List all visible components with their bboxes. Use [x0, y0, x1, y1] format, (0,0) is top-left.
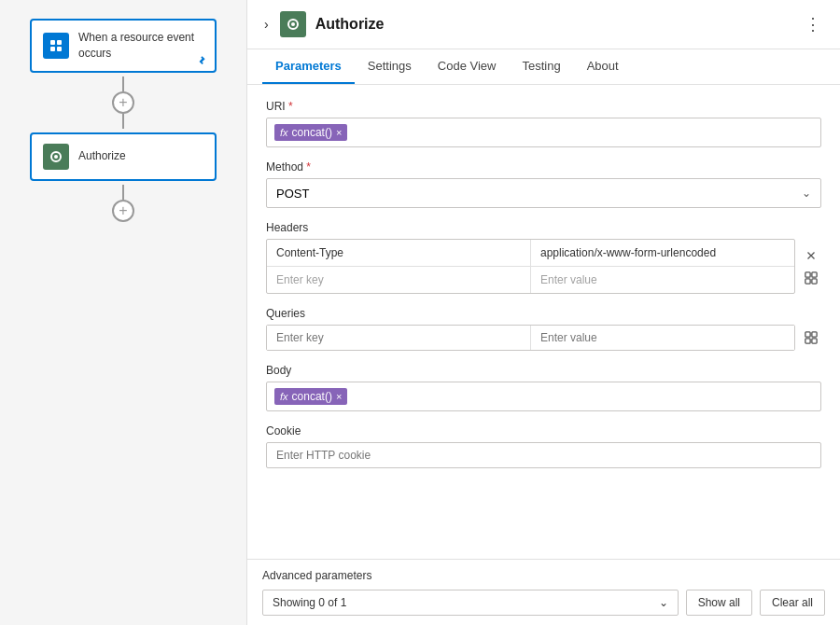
svg-point-7: [291, 22, 295, 26]
bottom-bar: Advanced parameters Showing 0 of 1 ⌄ Sho…: [247, 559, 840, 625]
method-chevron-icon: ⌄: [802, 187, 811, 200]
advanced-row: Showing 0 of 1 ⌄ Show all Clear all: [262, 590, 825, 616]
queries-value-input[interactable]: [531, 326, 794, 350]
header-action-icon: [280, 11, 306, 37]
headers-wrapper: Content-Type application/x-www-form-urle…: [266, 239, 821, 294]
svg-rect-10: [805, 278, 810, 283]
uri-field-group: URI * fx concat() ×: [266, 100, 821, 147]
trigger-link-icon: [196, 54, 209, 67]
connector-line-3: [122, 185, 124, 200]
connector-1: +: [112, 76, 134, 129]
headers-row-1: Content-Type application/x-www-form-urle…: [267, 240, 794, 267]
svg-rect-3: [57, 47, 62, 51]
header-key-2-placeholder[interactable]: Enter key: [267, 267, 531, 293]
advanced-select[interactable]: Showing 0 of 1 ⌄: [262, 590, 679, 616]
advanced-select-value: Showing 0 of 1: [273, 596, 346, 609]
tab-settings[interactable]: Settings: [355, 49, 425, 84]
headers-field-group: Headers Content-Type application/x-www-f…: [266, 221, 821, 294]
queries-grid-button[interactable]: [801, 327, 821, 348]
left-panel: When a resource event occurs + Authorize…: [0, 0, 247, 625]
tab-codeview[interactable]: Code View: [425, 49, 510, 84]
body-field-group: Body fx concat() ×: [266, 364, 821, 411]
advanced-chevron-icon: ⌄: [659, 596, 668, 609]
svg-rect-2: [50, 47, 55, 51]
action-node[interactable]: Authorize: [30, 132, 217, 181]
uri-tag-close[interactable]: ×: [336, 127, 342, 138]
method-select[interactable]: POST ⌄: [266, 178, 821, 208]
body-tag-value: concat(): [292, 390, 332, 403]
svg-rect-13: [812, 332, 817, 337]
svg-rect-14: [805, 339, 810, 343]
method-label: Method *: [266, 160, 821, 174]
headers-table: Content-Type application/x-www-form-urle…: [266, 239, 795, 294]
trigger-node[interactable]: When a resource event occurs: [30, 19, 217, 73]
svg-rect-1: [57, 40, 62, 45]
method-field-group: Method * POST ⌄: [266, 160, 821, 208]
cookie-field-group: Cookie: [266, 424, 821, 468]
header-title: Authorize: [315, 16, 791, 33]
action-node-label: Authorize: [78, 148, 126, 164]
connector-line-2: [122, 114, 124, 129]
tab-about[interactable]: About: [574, 49, 632, 84]
uri-input[interactable]: fx concat() ×: [266, 118, 821, 147]
expand-button[interactable]: ›: [262, 15, 271, 34]
uri-tag: fx concat() ×: [274, 124, 347, 141]
uri-tag-value: concat(): [292, 126, 332, 139]
header-key-1[interactable]: Content-Type: [267, 240, 531, 266]
trigger-node-label: When a resource event occurs: [78, 30, 203, 62]
tabs-bar: Parameters Settings Code View Testing Ab…: [247, 49, 840, 85]
action-icon: [43, 144, 69, 170]
content-area: URI * fx concat() × Method * POST ⌄ Head…: [247, 85, 840, 559]
right-header: › Authorize ⋮: [247, 0, 840, 49]
tab-testing[interactable]: Testing: [509, 49, 573, 84]
headers-delete-button[interactable]: [801, 245, 821, 266]
svg-rect-9: [812, 271, 817, 276]
right-panel: › Authorize ⋮ Parameters Settings Code V…: [247, 0, 840, 625]
clear-all-button[interactable]: Clear all: [760, 590, 825, 616]
body-input[interactable]: fx concat() ×: [266, 382, 821, 411]
body-label: Body: [266, 364, 821, 377]
add-step-button-2[interactable]: +: [112, 200, 134, 222]
tab-parameters[interactable]: Parameters: [262, 49, 355, 84]
svg-rect-0: [50, 40, 55, 45]
add-step-button-1[interactable]: +: [112, 91, 134, 114]
cookie-input[interactable]: [266, 442, 821, 468]
header-value-1[interactable]: application/x-www-form-urlencoded: [531, 240, 794, 266]
method-value: POST: [276, 187, 309, 201]
show-all-button[interactable]: Show all: [686, 590, 752, 616]
svg-rect-11: [812, 278, 817, 283]
headers-label: Headers: [266, 221, 821, 234]
more-options-button[interactable]: ⋮: [801, 14, 825, 35]
queries-key-input[interactable]: [267, 326, 531, 350]
svg-rect-12: [805, 332, 810, 337]
body-tag-close[interactable]: ×: [336, 391, 342, 402]
queries-field-group: Queries: [266, 307, 821, 351]
svg-point-5: [54, 155, 58, 159]
headers-row-2: Enter key Enter value: [267, 267, 794, 293]
header-value-2-placeholder[interactable]: Enter value: [531, 267, 794, 293]
queries-row: [266, 325, 821, 351]
advanced-label: Advanced parameters: [262, 569, 825, 582]
connector-line-1: [122, 76, 124, 91]
headers-grid-button[interactable]: [801, 268, 821, 288]
uri-label: URI *: [266, 100, 821, 113]
queries-inputs: [266, 325, 795, 351]
svg-rect-8: [805, 271, 810, 276]
cookie-label: Cookie: [266, 424, 821, 438]
svg-rect-15: [812, 339, 817, 343]
body-tag: fx concat() ×: [274, 388, 347, 405]
queries-label: Queries: [266, 307, 821, 320]
connector-2: +: [112, 185, 134, 222]
headers-side-actions: [801, 245, 821, 288]
trigger-icon: [43, 33, 69, 59]
